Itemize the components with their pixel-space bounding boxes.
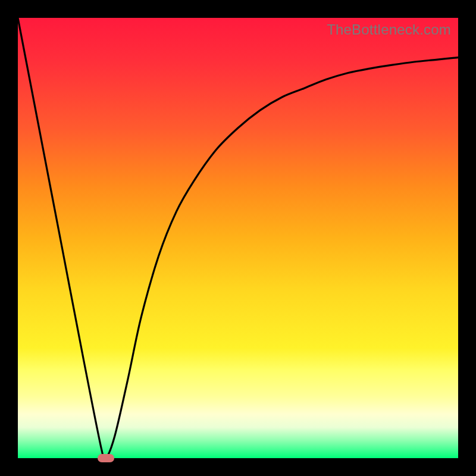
bottleneck-curve xyxy=(18,18,458,458)
plot-area: TheBottleneck.com xyxy=(18,18,458,458)
chart-frame: TheBottleneck.com xyxy=(0,0,476,476)
optimum-marker xyxy=(98,454,114,462)
